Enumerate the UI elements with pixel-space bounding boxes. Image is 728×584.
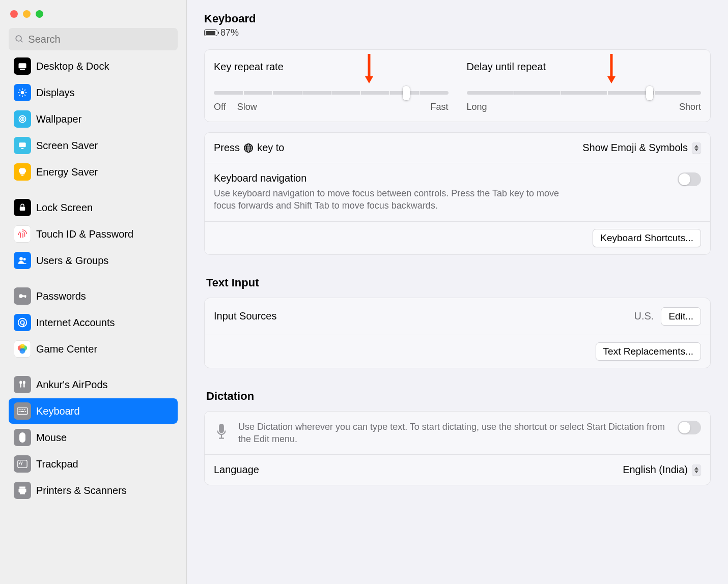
input-sources-row: Input Sources U.S. Edit... [205,298,710,335]
delay-until-repeat-slider[interactable] [467,91,702,95]
dropdown-value: English (India) [623,464,688,476]
trackpad-icon [14,455,31,473]
main-content: Keyboard 87% Key repeat rate Off Slow [187,0,728,584]
sidebar-item-label: Keyboard [36,405,80,417]
dictation-language-label: Language [214,464,259,476]
battery-icon [204,30,217,36]
sidebar-item-label: Passwords [36,290,86,302]
keyboard-shortcuts-button[interactable]: Keyboard Shortcuts... [593,229,701,247]
keyboard-icon [14,402,31,420]
sidebar-item-users-groups[interactable]: Users & Groups [9,248,178,273]
printers-icon [14,482,31,499]
dictation-language-row: Language English (India) [205,455,710,485]
svg-marker-49 [365,76,373,83]
energy-saver-icon [14,163,31,181]
sidebar-item-displays[interactable]: Displays [9,80,178,105]
press-globe-dropdown[interactable]: Show Emoji & Symbols [582,142,701,154]
sidebar-item-passwords[interactable]: Passwords [9,283,178,309]
sidebar-list[interactable]: Desktop & Dock Displays Wallpaper Screen… [0,57,186,584]
sidebar-item-printers[interactable]: Printers & Scanners [9,478,178,503]
key-repeat-rate-group: Key repeat rate Off Slow Fast [214,61,449,112]
sidebar-item-label: Printers & Scanners [36,485,127,497]
search-icon [15,34,24,44]
dictation-desc: Use Dictation wherever you can type text… [238,421,668,446]
sidebar-item-label: Wallpaper [36,113,81,125]
sidebar-item-label: Trackpad [36,458,78,470]
delay-until-repeat-label: Delay until repeat [467,61,702,73]
sidebar-item-screen-saver[interactable]: Screen Saver [9,133,178,158]
press-globe-label: Press key to [214,142,284,154]
search-box[interactable] [9,28,178,50]
svg-rect-3 [20,69,25,70]
svg-rect-45 [19,487,25,489]
keyboard-shortcuts-row: Keyboard Shortcuts... [205,222,710,254]
close-window-button[interactable] [10,10,18,18]
sidebar-item-keyboard[interactable]: Keyboard [9,398,178,424]
minimize-window-button[interactable] [23,10,31,18]
airpods-icon [14,376,31,393]
svg-point-4 [21,91,24,95]
updown-icon [692,142,701,154]
sidebar-item-label: Lock Screen [36,202,93,214]
svg-rect-32 [20,384,21,388]
battery-status: 87% [204,27,711,38]
touch-id-icon [14,225,31,243]
window-controls [0,0,186,26]
sidebar-item-trackpad[interactable]: Trackpad [9,451,178,477]
svg-rect-16 [19,142,25,147]
game-center-icon [14,340,31,358]
sidebar-item-game-center[interactable]: Game Center [9,336,178,362]
repeat-sliders-panel: Key repeat rate Off Slow Fast Delay unti… [204,49,711,122]
wallpaper-icon [14,110,31,128]
sidebar-item-mouse[interactable]: Mouse [9,425,178,450]
svg-rect-43 [19,432,25,443]
sidebar-item-desktop-dock[interactable]: Desktop & Dock [9,57,178,79]
sidebar-item-label: Desktop & Dock [36,61,109,72]
displays-icon [14,84,31,101]
sidebar-item-wallpaper[interactable]: Wallpaper [9,106,178,132]
desktop-dock-icon [14,57,31,75]
dictation-description-row: Use Dictation wherever you can type text… [205,412,710,455]
slider-thumb[interactable] [646,86,653,100]
svg-rect-17 [21,148,24,149]
svg-rect-47 [20,491,25,494]
globe-icon [243,142,254,154]
edit-input-sources-button[interactable]: Edit... [661,307,701,326]
sidebar: Desktop & Dock Displays Wallpaper Screen… [0,0,187,584]
slider-thumb[interactable] [403,86,410,100]
dictation-panel: Use Dictation wherever you can type text… [204,411,711,486]
sidebar-item-energy-saver[interactable]: Energy Saver [9,159,178,185]
text-replacements-button[interactable]: Text Replacements... [596,342,701,361]
dictation-toggle[interactable] [678,421,701,434]
slider-cap-fast: Fast [430,102,448,112]
battery-percent: 87% [220,27,239,38]
users-groups-icon [14,252,31,269]
text-input-section-title: Text Input [206,276,709,289]
keyboard-navigation-toggle[interactable] [678,172,701,186]
sidebar-item-airpods[interactable]: Ankur's AirPods [9,372,178,397]
input-sources-value: U.S. [634,310,654,322]
svg-point-25 [18,318,27,327]
slider-captions: Long Short [467,102,702,112]
sidebar-item-label: Internet Accounts [36,317,115,329]
sidebar-item-internet-accounts[interactable]: Internet Accounts [9,310,178,335]
input-sources-label: Input Sources [214,310,276,322]
key-repeat-rate-slider[interactable] [214,91,449,95]
svg-rect-40 [19,411,20,412]
updown-icon [692,464,701,476]
sidebar-item-touch-id[interactable]: Touch ID & Password [9,221,178,247]
svg-line-9 [19,90,20,91]
svg-line-10 [24,95,25,96]
svg-rect-18 [21,174,24,176]
sidebar-item-label: Ankur's AirPods [36,379,108,391]
text-replacements-row: Text Replacements... [205,335,710,368]
dictation-language-dropdown[interactable]: English (India) [623,464,701,476]
svg-rect-37 [20,409,21,410]
svg-rect-24 [25,296,26,298]
annotation-arrow-icon [364,53,374,83]
maximize-window-button[interactable] [36,10,43,18]
search-input[interactable] [28,34,172,45]
lock-screen-icon [14,199,31,216]
search-container [0,26,186,57]
sidebar-item-lock-screen[interactable]: Lock Screen [9,195,178,220]
